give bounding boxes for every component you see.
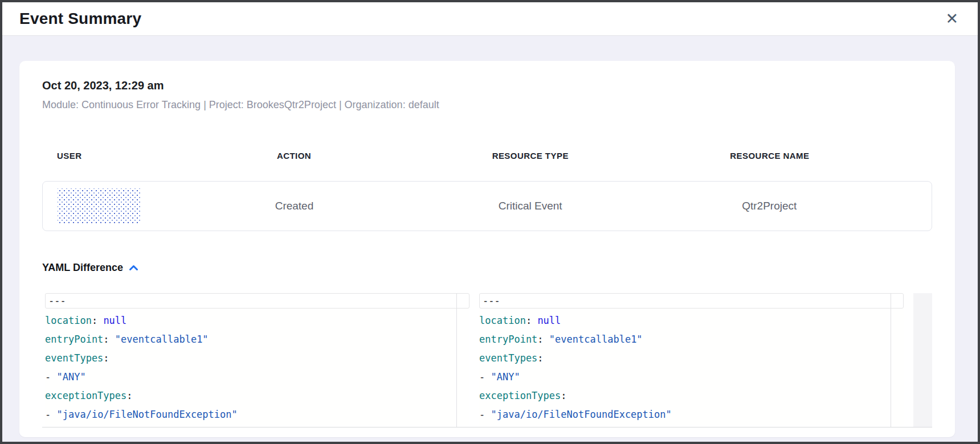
- close-icon: ✕: [945, 10, 958, 27]
- audit-table-header: USER ACTION RESOURCE TYPE RESOURCE NAME: [42, 151, 932, 161]
- page-title: Event Summary: [19, 10, 141, 28]
- audit-table-row: Created Critical Event Qtr2Project: [42, 181, 932, 231]
- yaml-difference-label: YAML Difference: [42, 262, 123, 274]
- yaml-line: eventTypes:: [479, 349, 904, 368]
- yaml-line: exceptionTypes:: [45, 387, 469, 405]
- yaml-line: ---: [45, 293, 469, 309]
- column-header-resource-type: RESOURCE TYPE: [454, 151, 607, 161]
- action-cell: Created: [135, 200, 453, 212]
- yaml-line: eventTypes:: [45, 349, 469, 368]
- yaml-line: - "ANY": [479, 368, 904, 387]
- yaml-line: entryPoint: "eventcallable1": [479, 330, 904, 349]
- user-cell: [43, 188, 135, 224]
- column-header-user: USER: [42, 151, 134, 161]
- yaml-diff-right-pane[interactable]: ---location: nullentryPoint: "eventcalla…: [479, 293, 904, 427]
- redacted-user-pattern: [58, 188, 141, 224]
- yaml-line: ---: [479, 293, 904, 309]
- yaml-line: location: null: [479, 311, 904, 330]
- event-card: Oct 20, 2023, 12:29 am Module: Continuou…: [19, 61, 955, 437]
- yaml-line: entryPoint: "eventcallable1": [45, 330, 469, 349]
- modal-header: Event Summary ✕: [2, 2, 978, 36]
- yaml-diff-view: ---location: nullentryPoint: "eventcalla…: [42, 293, 932, 427]
- yaml-line: - "java/io/FileNotFoundException": [45, 405, 469, 424]
- column-header-resource-name: RESOURCE NAME: [607, 151, 932, 161]
- resource-name-cell: Qtr2Project: [607, 200, 932, 212]
- yaml-line: - "ANY": [45, 368, 469, 387]
- yaml-line: exceptionTypes:: [479, 387, 904, 405]
- event-timestamp: Oct 20, 2023, 12:29 am: [42, 79, 932, 92]
- close-button[interactable]: ✕: [943, 10, 961, 28]
- yaml-difference-toggle[interactable]: YAML Difference: [42, 262, 138, 274]
- yaml-diff-left-pane[interactable]: ---location: nullentryPoint: "eventcalla…: [45, 293, 469, 427]
- event-summary-modal: Event Summary ✕ Oct 20, 2023, 12:29 am M…: [0, 0, 980, 444]
- yaml-line: location: null: [45, 311, 469, 330]
- resource-type-cell: Critical Event: [454, 200, 607, 212]
- column-header-action: ACTION: [134, 151, 453, 161]
- modal-body: Oct 20, 2023, 12:29 am Module: Continuou…: [2, 36, 978, 442]
- chevron-up-icon[interactable]: [129, 265, 138, 271]
- event-meta: Module: Continuous Error Tracking | Proj…: [42, 99, 932, 111]
- diff-right-gutter: [913, 293, 932, 427]
- yaml-line: - "java/io/FileNotFoundException": [479, 405, 904, 424]
